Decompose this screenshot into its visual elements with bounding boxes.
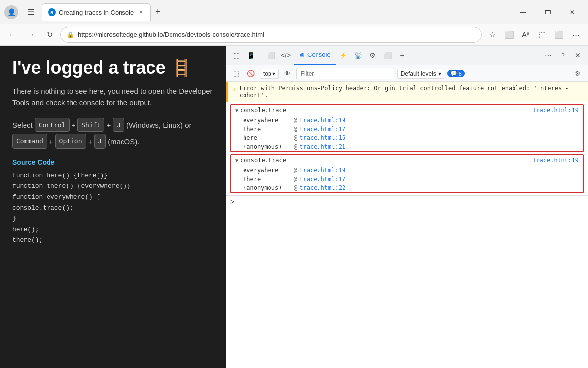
log-levels-label: Default levels xyxy=(401,70,436,77)
split-screen-icon[interactable]: ⬚ xyxy=(535,27,550,43)
warning-text: Error with Permissions-Policy header: Or… xyxy=(240,85,583,99)
code-line-5: } xyxy=(12,213,214,224)
trace-link-1[interactable]: trace.html:19 xyxy=(533,107,579,114)
console-tab[interactable]: 🖥 Console xyxy=(294,46,336,65)
browser-essentials-icon[interactable]: ⬜ xyxy=(551,27,567,43)
trace-item-link-2-1[interactable]: trace.html:19 xyxy=(299,167,345,174)
inspect-element-btn[interactable]: ⬚ xyxy=(229,49,243,62)
address-bar[interactable]: 🔒 https://microsoftedge.github.io/Demos/… xyxy=(60,27,482,43)
console-input-row: > xyxy=(226,195,588,208)
more-tools-btn[interactable]: ⋯ xyxy=(541,49,555,62)
trace-item-link-1-4[interactable]: trace.html:21 xyxy=(299,143,345,150)
new-tab-button[interactable]: + xyxy=(151,5,165,19)
trace-at-1-1: @ xyxy=(294,117,297,124)
select-text: Select xyxy=(12,118,33,131)
tab-close-button[interactable]: × xyxy=(137,8,145,16)
profile-icon[interactable]: 👤 xyxy=(4,5,18,19)
plus-4: + xyxy=(88,135,93,148)
trace-at-1-2: @ xyxy=(294,126,297,132)
refresh-button[interactable]: ↻ xyxy=(42,27,57,43)
page-heading: I've logged a trace 🪜 xyxy=(12,57,214,78)
close-button[interactable]: ✕ xyxy=(561,4,584,20)
warning-icon: ⚠ xyxy=(233,85,237,93)
application-tab-btn[interactable]: ⚙ xyxy=(366,49,380,62)
trace-item-link-1-1[interactable]: trace.html:19 xyxy=(299,117,345,124)
warning-message: ⚠ Error with Permissions-Policy header: … xyxy=(226,82,588,102)
memory-tab-btn[interactable]: ⬜ xyxy=(381,49,394,62)
trace-item-2-3: (anonymous) @ trace.html:22 xyxy=(231,184,583,192)
trace-name-1-4: (anonymous) xyxy=(243,143,292,150)
trace-header-2[interactable]: ▼ console.trace trace.html:19 xyxy=(231,155,583,166)
console-sidebar-btn[interactable]: ⬚ xyxy=(230,68,242,79)
trace-header-1[interactable]: ▼ console.trace trace.html:19 xyxy=(231,105,583,116)
sidebar-toggle[interactable]: ☰ xyxy=(24,5,38,19)
code-line-6: here(); xyxy=(12,224,214,235)
elements-tab-icon[interactable]: ⬜ xyxy=(264,49,278,62)
platform-1: (Windows, Linux) or xyxy=(126,118,192,131)
trace-item-1-3: here @ trace.html:16 xyxy=(231,133,583,142)
trace-item-1-4: (anonymous) @ trace.html:21 xyxy=(231,142,583,151)
trace-name-1-1: everywhere xyxy=(243,117,292,124)
trace-name-2-2: there xyxy=(243,176,292,183)
shortcut-line-2: Command + Option + J (macOS). xyxy=(12,134,214,148)
clear-console-btn[interactable]: 🚫 xyxy=(245,68,257,79)
help-btn[interactable]: ? xyxy=(556,49,570,62)
ctrl-key: Control xyxy=(35,118,70,132)
msg-count: 8 xyxy=(459,71,462,77)
page-content: I've logged a trace 🪜 There is nothing t… xyxy=(0,46,226,368)
title-bar-left: 👤 ☰ xyxy=(4,5,38,19)
url-text: https://microsoftedge.github.io/Demos/de… xyxy=(78,31,475,38)
ladder-icon: 🪜 xyxy=(172,58,191,77)
command-key: Command xyxy=(12,134,47,148)
trace-item-link-1-2[interactable]: trace.html:17 xyxy=(299,126,345,132)
trace-item-link-2-3[interactable]: trace.html:22 xyxy=(299,184,345,191)
sources-tab-icon[interactable]: </> xyxy=(279,49,293,62)
trace-item-link-1-3[interactable]: trace.html:16 xyxy=(299,134,345,141)
trace-link-2[interactable]: trace.html:19 xyxy=(533,157,579,164)
read-aloud-icon[interactable]: Aᵃ xyxy=(518,27,534,43)
favorites-icon[interactable]: ☆ xyxy=(485,27,500,43)
trace-at-2-3: @ xyxy=(294,184,297,191)
j-key-2: J xyxy=(94,134,106,148)
filter-input[interactable] xyxy=(296,68,394,79)
trace-at-2-2: @ xyxy=(294,176,297,183)
performance-tab-btn[interactable]: ⚡ xyxy=(337,49,350,62)
forward-button[interactable]: → xyxy=(23,27,39,43)
context-selector[interactable]: top ▾ xyxy=(260,69,279,79)
console-tab-label: Console xyxy=(307,51,331,58)
maximize-button[interactable]: 🗖 xyxy=(537,4,559,20)
trace-item-link-2-2[interactable]: trace.html:17 xyxy=(299,176,345,183)
devtools-toolbar: ⬚ 📱 ⬜ </> 🖥 Console ⚡ 📡 ⚙ ⬜ + ⋯ ? ✕ xyxy=(226,46,588,65)
source-label: Source Code xyxy=(12,158,214,166)
tab-favicon xyxy=(48,8,56,16)
console-settings-btn[interactable]: ⚙ xyxy=(572,68,584,79)
tabs-area: Creating traces in Console × + xyxy=(42,3,508,21)
trace-name-2-3: (anonymous) xyxy=(243,184,292,191)
trace-group-2: ▼ console.trace trace.html:19 everywhere… xyxy=(230,154,584,193)
log-levels-selector[interactable]: Default levels ▾ xyxy=(397,69,444,79)
add-tab-btn[interactable]: + xyxy=(395,49,409,62)
device-emulation-btn[interactable]: 📱 xyxy=(244,49,258,62)
console-tab-icon: 🖥 xyxy=(298,51,305,59)
eye-btn[interactable]: 👁 xyxy=(282,68,294,79)
devtools-panel: ⬚ 📱 ⬜ </> 🖥 Console ⚡ 📡 ⚙ ⬜ + ⋯ ? ✕ xyxy=(226,46,588,368)
console-toolbar: ⬚ 🚫 top ▾ 👁 Default levels ▾ 💬 8 ⚙ xyxy=(226,65,588,82)
message-count-badge: 💬 8 xyxy=(447,70,465,77)
shortcut-line-1: Select Control + Shift + J (Windows, Lin… xyxy=(12,118,214,132)
browser-tab[interactable]: Creating traces in Console × xyxy=(42,3,151,21)
trace-name-1-2: there xyxy=(243,126,292,132)
j-key: J xyxy=(113,118,124,132)
trace-item-2-2: there @ trace.html:17 xyxy=(231,175,583,184)
collections-icon[interactable]: ⬜ xyxy=(501,27,517,43)
minimize-button[interactable]: — xyxy=(512,4,535,20)
back-button[interactable]: ← xyxy=(4,27,20,43)
nav-icons: ☆ ⬜ Aᵃ ⬚ ⬜ ⋯ xyxy=(485,27,584,43)
console-input[interactable] xyxy=(237,198,584,205)
network-tab-btn[interactable]: 📡 xyxy=(351,49,365,62)
code-block: function here() {there()} function there… xyxy=(12,170,214,246)
trace-item-2-1: everywhere @ trace.html:19 xyxy=(231,166,583,175)
more-tools-icon[interactable]: ⋯ xyxy=(568,27,584,43)
close-devtools-btn[interactable]: ✕ xyxy=(571,49,585,62)
log-levels-dropdown-icon: ▾ xyxy=(438,70,441,77)
trace-name-2-1: everywhere xyxy=(243,167,292,174)
